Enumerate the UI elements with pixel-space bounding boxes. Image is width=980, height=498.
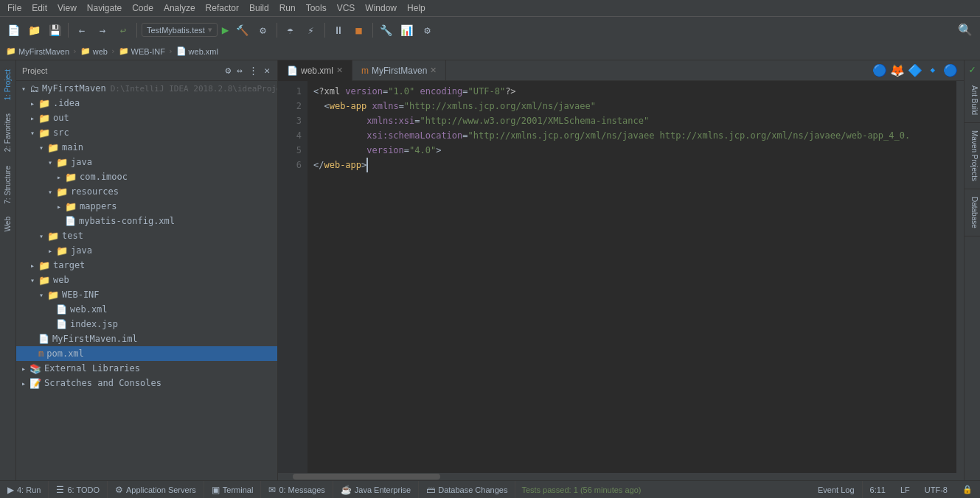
global-search-button[interactable]: 🔍: [955, 20, 976, 40]
profile-button[interactable]: ⚡: [302, 21, 320, 39]
ie-icon[interactable]: 🔷: [908, 63, 922, 77]
messages-btn[interactable]: ✉ 0: Messages: [261, 481, 333, 499]
tree-item-java-main[interactable]: 📁 java: [16, 155, 277, 169]
encoding[interactable]: UTF-8: [917, 485, 955, 494]
tree-item-webxml[interactable]: 📄 web.xml: [16, 302, 277, 317]
terminal-btn[interactable]: ▣ Terminal: [204, 481, 262, 499]
panel-close-btn[interactable]: ✕: [263, 63, 271, 77]
breadcrumb-webinf[interactable]: 📁 WEB-INF: [119, 46, 165, 56]
arrow-target: [28, 262, 37, 270]
safari-icon[interactable]: 🔵: [943, 63, 958, 77]
firefox-icon[interactable]: 🦊: [890, 63, 905, 77]
pause-button[interactable]: ⏸: [330, 21, 347, 39]
new-button[interactable]: 📄: [4, 21, 22, 39]
panel-gear-btn[interactable]: ⋮: [247, 63, 260, 77]
java-enterprise-btn[interactable]: ☕ Java Enterprise: [333, 481, 419, 499]
code-content[interactable]: <?xml version="1.0" encoding="UTF-8"?> <…: [307, 81, 956, 473]
app-servers-label: Application Servers: [126, 485, 196, 494]
tab-webxml[interactable]: 📄 web.xml ✕: [278, 60, 352, 81]
target-label: target: [53, 260, 85, 270]
breadcrumb-root-label: MyFirstMaven: [18, 47, 69, 56]
chrome-icon[interactable]: 🔵: [872, 63, 887, 77]
java-main-icon: 📁: [56, 157, 68, 168]
db-changes-btn[interactable]: 🗃 Database Changes: [419, 481, 515, 499]
tree-item-idea[interactable]: 📁 .idea: [16, 96, 277, 111]
breadcrumb-root[interactable]: 📁 MyFirstMaven: [6, 46, 69, 56]
coverage-button[interactable]: ☂: [282, 21, 299, 39]
tree-item-mybatis[interactable]: 📄 mybatis-config.xml: [16, 214, 277, 228]
ant-build-btn[interactable]: Ant Build: [965, 78, 980, 123]
tree-item-target[interactable]: 📁 target: [16, 258, 277, 273]
tree-item-iml[interactable]: 📄 MyFirstMaven.iml: [16, 332, 277, 346]
menu-tools[interactable]: Tools: [302, 1, 331, 15]
menu-edit[interactable]: Edit: [27, 1, 52, 15]
run-status-btn[interactable]: ▶ 4: Run: [0, 481, 49, 499]
run-button[interactable]: ▶: [220, 21, 231, 38]
web-toggle[interactable]: Web: [2, 211, 13, 237]
menu-view[interactable]: View: [53, 1, 81, 15]
editor-scrollbar[interactable]: [956, 81, 964, 473]
pom-icon: m: [38, 348, 44, 359]
build-button[interactable]: 🔨: [234, 21, 251, 39]
structure-toggle[interactable]: 7: Structure: [2, 160, 13, 210]
project-toggle[interactable]: 1: Project: [2, 63, 13, 106]
tree-item-test[interactable]: 📁 test: [16, 228, 277, 243]
tree-item-resources[interactable]: 📁 resources: [16, 184, 277, 199]
main-icon: 📁: [47, 142, 59, 153]
menu-file[interactable]: File: [3, 1, 26, 15]
breadcrumb-web[interactable]: 📁 web: [80, 46, 108, 56]
tree-item-src[interactable]: 📁 src: [16, 125, 277, 140]
right-sidebar: ✓ Ant Build Maven Projects Database: [964, 60, 980, 480]
todo-btn[interactable]: ☰ 6: TODO: [49, 481, 108, 499]
panel-collapse-btn[interactable]: ↔: [235, 63, 244, 77]
menu-build[interactable]: Build: [245, 1, 274, 15]
tab-webxml-close[interactable]: ✕: [336, 66, 343, 75]
event-log-btn[interactable]: Event Log: [810, 481, 863, 499]
tree-item-scratches[interactable]: 📝 Scratches and Consoles: [16, 376, 277, 390]
structure-button[interactable]: 📊: [398, 21, 416, 39]
undo-button[interactable]: ↩: [114, 21, 132, 39]
menu-run[interactable]: Run: [275, 1, 300, 15]
save-button[interactable]: 💾: [46, 21, 63, 39]
open-button[interactable]: 📁: [25, 21, 43, 39]
settings-button[interactable]: ⚙: [419, 21, 437, 39]
h-scrollbar-thumb[interactable]: [293, 474, 440, 480]
breadcrumb-file[interactable]: 📄 web.xml: [176, 46, 218, 56]
h-scrollbar[interactable]: [278, 473, 964, 480]
edge-icon[interactable]: 🔹: [925, 63, 940, 77]
panel-settings-btn[interactable]: ⚙: [224, 63, 233, 77]
back-button[interactable]: ←: [73, 21, 91, 39]
menu-navigate[interactable]: Navigate: [83, 1, 126, 15]
tab-maven[interactable]: m MyFirstMaven ✕: [352, 60, 446, 81]
menu-vcs[interactable]: VCS: [333, 1, 360, 15]
tree-item-root[interactable]: 🗂 MyFirstMaven D:\IntelliJ IDEA 2018.2.8…: [16, 81, 277, 96]
stop-button[interactable]: ■: [350, 21, 368, 39]
menu-analyze[interactable]: Analyze: [159, 1, 200, 15]
database-btn[interactable]: Database: [965, 189, 980, 236]
forward-button[interactable]: →: [94, 21, 111, 39]
favorites-toggle[interactable]: 2: Favorites: [2, 108, 13, 158]
menu-refactor[interactable]: Refactor: [201, 1, 243, 15]
menu-help[interactable]: Help: [403, 1, 430, 15]
menu-code[interactable]: Code: [128, 1, 158, 15]
sdk-button[interactable]: 🔧: [378, 21, 395, 39]
tree-item-indexjsp[interactable]: 📄 index.jsp: [16, 317, 277, 332]
tree-item-com-imooc[interactable]: 📁 com.imooc: [16, 169, 277, 184]
tree-item-web[interactable]: 📁 web: [16, 273, 277, 287]
tree-item-webinf[interactable]: 📁 WEB-INF: [16, 287, 277, 302]
line-sep[interactable]: LF: [893, 485, 917, 494]
status-icons: 🔒: [955, 485, 980, 494]
app-servers-btn[interactable]: ⚙ Application Servers: [108, 481, 204, 499]
tree-item-main[interactable]: 📁 main: [16, 140, 277, 155]
tree-item-out[interactable]: 📁 out: [16, 111, 277, 125]
tab-maven-close[interactable]: ✕: [430, 66, 437, 75]
rebuild-button[interactable]: ⚙: [254, 21, 272, 39]
tree-item-ext-lib[interactable]: 📚 External Libraries: [16, 361, 277, 376]
maven-projects-btn[interactable]: Maven Projects: [965, 123, 980, 189]
tree-item-pom[interactable]: m pom.xml: [16, 346, 277, 361]
ext-lib-icon: 📚: [29, 363, 41, 374]
menu-window[interactable]: Window: [361, 1, 401, 15]
tree-item-java-test[interactable]: 📁 java: [16, 243, 277, 258]
tree-item-mappers[interactable]: 📁 mappers: [16, 199, 277, 214]
run-configuration[interactable]: TestMybatis.test ▾: [142, 23, 218, 37]
